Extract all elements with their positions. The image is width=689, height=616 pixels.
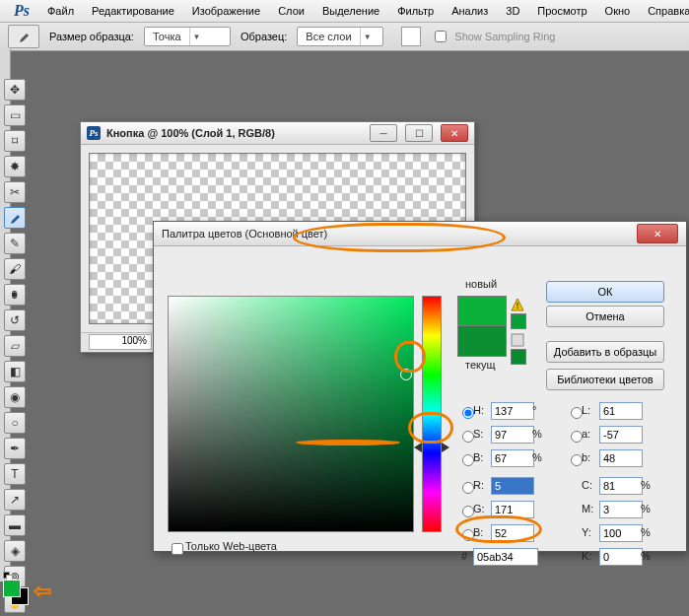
swatch-preview xyxy=(401,27,421,46)
eraser-tool[interactable]: ▱ xyxy=(4,335,26,357)
picker-close-button[interactable]: ✕ xyxy=(637,224,678,243)
unit-s: % xyxy=(532,428,542,440)
color-libraries-button[interactable]: Библиотеки цветов xyxy=(546,369,664,390)
hue-slider[interactable] xyxy=(422,296,442,532)
input-g[interactable] xyxy=(491,501,534,518)
document-titlebar[interactable]: Ps Кнопка @ 100% (Слой 1, RGB/8) ─ ☐ ✕ xyxy=(81,122,474,145)
marquee-tool[interactable]: ▭ xyxy=(4,104,26,126)
input-r[interactable] xyxy=(491,477,534,495)
websafe-swatch[interactable] xyxy=(511,349,526,365)
sample-size-value: Точка xyxy=(145,31,189,42)
label-hex: # xyxy=(461,550,467,562)
color-picker-dialog: Палитра цветов (Основной цвет) ✕ новый т… xyxy=(153,221,687,552)
menu-file[interactable]: Файл xyxy=(39,3,82,19)
brush-tool[interactable]: 🖌 xyxy=(4,258,26,280)
heal-tool[interactable]: ✎ xyxy=(4,233,26,254)
maximize-button[interactable]: ☐ xyxy=(405,124,433,142)
fg-bg-colors[interactable] xyxy=(3,572,31,599)
gamut-warning-icon[interactable]: ! xyxy=(511,298,524,311)
new-color-swatch[interactable] xyxy=(457,296,507,327)
zoom-field[interactable]: 100% xyxy=(89,334,152,350)
input-l[interactable] xyxy=(599,402,643,420)
menu-select[interactable]: Выделение xyxy=(314,3,387,19)
label-h: H: xyxy=(473,404,484,416)
blur-tool[interactable]: ◉ xyxy=(4,386,26,408)
menu-view[interactable]: Просмотр xyxy=(529,3,594,19)
menu-help[interactable]: Справка xyxy=(640,3,689,19)
label-a: a: xyxy=(582,428,590,440)
current-label: текущ xyxy=(465,359,496,371)
annotation-arrow-icon: ⇦ xyxy=(34,579,51,604)
lasso-tool[interactable]: ⌑ xyxy=(4,130,26,152)
input-y[interactable] xyxy=(599,524,643,542)
gamut-swatch[interactable] xyxy=(511,313,526,329)
input-c[interactable] xyxy=(599,477,643,495)
document-title: Кнопка @ 100% (Слой 1, RGB/8) xyxy=(106,127,362,139)
cancel-button[interactable]: Отмена xyxy=(546,306,664,327)
input-lb[interactable] xyxy=(599,449,643,467)
pen-tool[interactable]: ✒ xyxy=(4,438,26,459)
webonly-checkbox[interactable] xyxy=(172,543,183,555)
close-button[interactable]: ✕ xyxy=(441,124,468,142)
svg-text:!: ! xyxy=(517,301,519,310)
label-r: R: xyxy=(473,479,484,491)
wand-tool[interactable]: ✸ xyxy=(4,156,26,177)
webonly-label: Только Web-цвета xyxy=(185,540,277,552)
picker-title: Палитра цветов (Основной цвет) xyxy=(162,228,635,240)
show-ring-input[interactable] xyxy=(435,31,447,42)
dodge-tool[interactable]: ○ xyxy=(4,412,26,434)
sample-size-combo[interactable]: Точка▼ xyxy=(144,27,231,46)
shape-tool[interactable]: ▬ xyxy=(4,514,26,536)
label-b: B: xyxy=(473,526,483,538)
type-tool[interactable]: T xyxy=(4,463,26,485)
options-bar: Размер образца: Точка▼ Образец: Все слои… xyxy=(0,23,689,51)
app-logo: Ps xyxy=(6,2,37,20)
menu-layers[interactable]: Слои xyxy=(270,3,312,19)
path-tool[interactable]: ↗ xyxy=(4,489,26,511)
eyedropper-preset-icon[interactable] xyxy=(8,25,39,48)
menu-image[interactable]: Изображение xyxy=(184,3,268,19)
unit-k: % xyxy=(641,550,651,562)
minimize-button[interactable]: ─ xyxy=(370,124,397,142)
input-br[interactable] xyxy=(491,449,534,467)
input-s[interactable] xyxy=(491,426,534,444)
label-s: S: xyxy=(473,428,483,440)
new-label: новый xyxy=(465,278,497,290)
input-b[interactable] xyxy=(491,524,534,542)
input-hex[interactable] xyxy=(473,548,538,566)
gradient-tool[interactable]: ◧ xyxy=(4,361,26,382)
crop-tool[interactable]: ✂ xyxy=(4,181,26,203)
menu-edit[interactable]: Редактирование xyxy=(84,3,182,19)
label-g: G: xyxy=(473,503,485,514)
color-field-cursor[interactable] xyxy=(400,369,412,380)
show-sampling-ring-checkbox[interactable]: Show Sampling Ring xyxy=(431,28,555,45)
svg-rect-2 xyxy=(512,334,523,346)
menu-bar: Ps Файл Редактирование Изображение Слои … xyxy=(0,0,689,23)
move-tool[interactable]: ✥ xyxy=(4,79,26,101)
sample-combo[interactable]: Все слои▼ xyxy=(297,27,383,46)
menu-analysis[interactable]: Анализ xyxy=(444,3,496,19)
history-brush-tool[interactable]: ↺ xyxy=(4,309,26,331)
3d-tool[interactable]: ◈ xyxy=(4,540,26,562)
eyedropper-tool[interactable] xyxy=(4,207,26,229)
unit-br: % xyxy=(532,451,542,463)
foreground-color-swatch[interactable] xyxy=(3,580,21,597)
color-field[interactable] xyxy=(168,296,414,532)
menu-3d[interactable]: 3D xyxy=(498,3,527,19)
picker-titlebar[interactable]: Палитра цветов (Основной цвет) ✕ xyxy=(154,222,686,246)
ok-button[interactable]: ОК xyxy=(546,281,664,303)
input-a[interactable] xyxy=(599,426,643,444)
label-l: L: xyxy=(582,404,590,416)
add-swatch-button[interactable]: Добавить в образцы xyxy=(546,341,664,363)
input-m[interactable] xyxy=(599,501,643,518)
label-br: B: xyxy=(473,451,483,463)
input-h[interactable] xyxy=(491,402,534,420)
menu-window[interactable]: Окно xyxy=(597,3,639,19)
stamp-tool[interactable]: ⧯ xyxy=(4,284,26,306)
input-k[interactable] xyxy=(599,548,643,566)
hue-arrow-left-icon xyxy=(414,443,422,452)
label-y: Y: xyxy=(582,526,591,538)
menu-filter[interactable]: Фильтр xyxy=(389,3,442,19)
current-color-swatch[interactable] xyxy=(457,325,507,357)
websafe-warning-icon[interactable] xyxy=(511,333,524,347)
